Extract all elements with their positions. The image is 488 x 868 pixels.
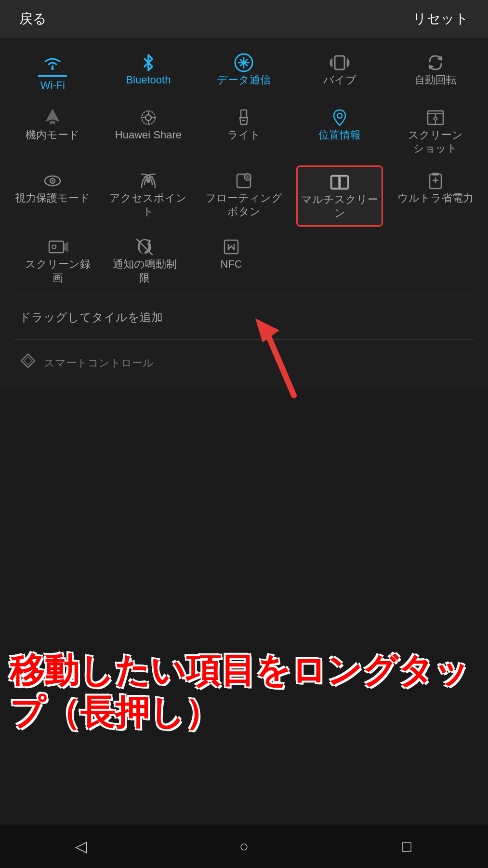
tile-screenrec[interactable]: スクリーン録画: [14, 231, 101, 290]
tile-multiscreen[interactable]: マルチスクリーン: [296, 165, 383, 227]
tile-autorotate[interactable]: 自動回転: [392, 47, 479, 97]
svg-text:+: +: [246, 175, 249, 180]
qs-row-4: スクリーン録画 通知の鳴動制限 NFC: [5, 231, 483, 290]
back-button[interactable]: 戻る: [19, 10, 47, 28]
tile-vibrate[interactable]: バイブ: [296, 47, 383, 97]
tile-floatbutton[interactable]: + フローティングボタン: [200, 165, 287, 227]
nav-back-button[interactable]: ◁: [67, 832, 96, 861]
tile-screenshot[interactable]: スクリーンショット: [392, 102, 479, 161]
tile-data[interactable]: データ通信: [200, 47, 287, 97]
qs-row-1: Wi-Fi Bluetooth データ通信: [5, 47, 483, 97]
extra-tile-row: スマートコントロール: [5, 345, 483, 381]
svg-point-0: [52, 68, 54, 70]
tile-location[interactable]: 位置情報: [296, 102, 383, 161]
svg-point-12: [145, 115, 151, 121]
svg-rect-17: [241, 110, 247, 118]
tile-hotspot[interactable]: アクセスポイント: [105, 165, 192, 227]
tile-wifi[interactable]: Wi-Fi: [9, 47, 96, 97]
tile-dnd[interactable]: 通知の鳴動制限: [101, 231, 188, 290]
qs-divider-bottom: [14, 339, 474, 340]
diamond-icon: [19, 352, 37, 374]
svg-point-19: [337, 113, 342, 118]
svg-rect-4: [335, 56, 344, 69]
instruction-text: 移動したい項目をロングタップ（長押し）: [10, 650, 478, 733]
tile-ultrasave[interactable]: ウルトラ省電力: [392, 165, 479, 227]
svg-point-26: [52, 180, 53, 182]
nav-recent-button[interactable]: □: [392, 832, 421, 861]
nav-home-button[interactable]: ○: [229, 832, 258, 861]
qs-row-3: 視力保護モード アクセスポイント + フローティングボタン: [5, 165, 483, 227]
tile-eyeprotect[interactable]: 視力保護モード: [9, 165, 96, 227]
svg-rect-34: [341, 176, 347, 188]
tile-torch[interactable]: ライト: [200, 102, 287, 161]
svg-point-41: [52, 245, 56, 249]
quick-settings-panel: Wi-Fi Bluetooth データ通信: [0, 38, 488, 391]
qs-divider-top: [14, 295, 474, 295]
add-tile-label: ドラッグしてタイルを追加: [5, 300, 483, 335]
tile-huaweishare[interactable]: Huawei Share: [105, 102, 192, 161]
svg-point-27: [146, 179, 150, 183]
bottom-nav: ◁ ○ □: [0, 825, 488, 868]
tile-nfc[interactable]: NFC: [188, 231, 275, 290]
svg-rect-33: [332, 176, 339, 188]
top-bar: 戻る リセット: [0, 0, 488, 38]
qs-row-2: 機内モード Huawei Share ライト: [5, 102, 483, 161]
reset-button[interactable]: リセット: [413, 10, 469, 28]
tile-bluetooth[interactable]: Bluetooth: [105, 47, 192, 97]
svg-marker-40: [64, 242, 68, 252]
tile-airplane[interactable]: 機内モード: [9, 102, 96, 161]
